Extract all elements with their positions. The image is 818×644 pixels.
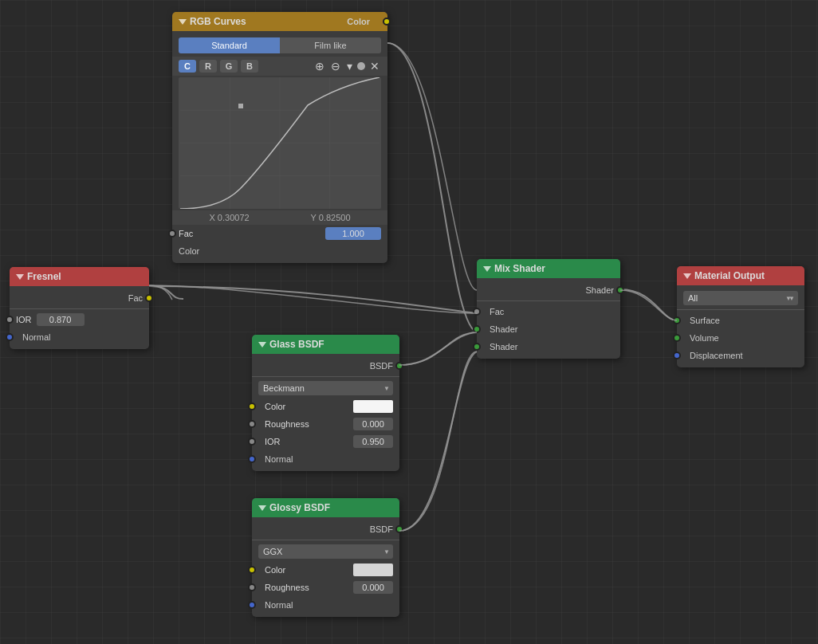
normal-label: Normal	[22, 332, 50, 342]
mix-fac-socket[interactable]	[473, 308, 481, 316]
mix-shader2-socket[interactable]	[473, 343, 481, 351]
mix-shader-output-socket[interactable]	[616, 286, 624, 294]
mix-shader-output-label: Shader	[586, 285, 614, 295]
zoom-out-btn[interactable]: ⊖	[329, 60, 342, 73]
fresnel-fac-output: Fac	[10, 289, 149, 307]
coord-x: X 0.30072	[209, 213, 249, 222]
glass-header: Glass BSDF	[252, 335, 399, 354]
glass-normal-label: Normal	[265, 454, 293, 464]
output-volume-socket[interactable]	[673, 334, 681, 342]
coord-y: Y 0.82500	[311, 213, 351, 222]
output-volume-label: Volume	[690, 333, 719, 343]
curve-control-point[interactable]	[238, 104, 243, 108]
reset-btn[interactable]: ▾	[345, 60, 354, 73]
fac-input-label: Fac	[179, 229, 193, 238]
close-btn[interactable]: ✕	[368, 60, 381, 73]
glass-color-socket[interactable]	[248, 402, 256, 410]
fresnel-ior-row: IOR	[10, 311, 149, 328]
glass-color-row: Color	[252, 398, 399, 415]
glossy-bsdf-output: BSDF	[252, 520, 399, 538]
mix-header: Mix Shader	[477, 259, 620, 278]
glossy-roughness-input[interactable]	[353, 581, 393, 594]
glass-roughness-socket[interactable]	[248, 420, 256, 428]
output-collapse-icon[interactable]	[683, 273, 691, 279]
glossy-bsdf-node: Glossy BSDF BSDF GGX Beckmann Sharp Colo…	[252, 498, 399, 617]
output-displacement-row: Displacement	[677, 347, 804, 364]
output-displacement-socket[interactable]	[673, 351, 681, 359]
glass-ior-input[interactable]	[353, 435, 393, 448]
mix-title: Mix Shader	[494, 263, 545, 274]
glass-ior-socket[interactable]	[248, 438, 256, 446]
mix-fac-label: Fac	[490, 307, 504, 316]
channel-c-btn[interactable]: C	[179, 60, 196, 73]
glossy-bsdf-label: BSDF	[370, 524, 393, 534]
normal-socket[interactable]	[6, 333, 14, 341]
standard-tab[interactable]: Standard	[179, 37, 280, 53]
mix-fac-row: Fac	[477, 303, 620, 320]
bsdf-output-label: BSDF	[370, 361, 393, 371]
ior-label: IOR	[16, 315, 32, 324]
glass-distribution-select[interactable]: Beckmann GGX Sharp	[258, 381, 393, 395]
fresnel-header: Fresnel	[10, 267, 149, 286]
glass-ior-row: IOR	[252, 433, 399, 450]
color-output-socket[interactable]	[383, 18, 391, 26]
preview-tabs: Standard Film like	[172, 34, 387, 57]
fresnel-normal-row: Normal	[10, 328, 149, 346]
rgb-curves-header: RGB Curves Color	[172, 12, 387, 31]
glossy-header: Glossy BSDF	[252, 498, 399, 517]
output-surface-label: Surface	[690, 316, 720, 325]
glass-color-swatch[interactable]	[353, 400, 393, 413]
glass-title: Glass BSDF	[269, 339, 324, 350]
fac-input-socket[interactable]	[168, 230, 176, 238]
glossy-color-swatch[interactable]	[353, 564, 393, 576]
output-title: Material Output	[694, 270, 765, 281]
glass-bsdf-output: BSDF	[252, 357, 399, 375]
glossy-distribution-select[interactable]: GGX Beckmann Sharp	[258, 544, 393, 559]
mix-shader1-socket[interactable]	[473, 325, 481, 333]
mix-shader1-label: Shader	[490, 324, 517, 334]
ior-socket[interactable]	[6, 316, 14, 324]
output-target-select[interactable]: All Camera Shadow	[683, 291, 798, 305]
fac-input-field[interactable]	[325, 227, 381, 240]
glass-roughness-input[interactable]	[353, 418, 393, 430]
ior-input[interactable]	[37, 313, 85, 326]
zoom-in-btn[interactable]: ⊕	[313, 60, 326, 73]
bsdf-output-socket[interactable]	[395, 362, 403, 370]
rgb-collapse-icon[interactable]	[179, 19, 187, 25]
glossy-bsdf-socket[interactable]	[395, 525, 403, 533]
glossy-roughness-row: Roughness	[252, 579, 399, 596]
glass-normal-socket[interactable]	[248, 455, 256, 463]
channel-b-btn[interactable]: B	[241, 60, 258, 73]
channel-g-btn[interactable]: G	[220, 60, 238, 73]
color-output-label: Color	[347, 17, 370, 26]
material-output-node: Material Output All Camera Shadow ▼ Surf…	[677, 266, 804, 367]
glass-ior-label: IOR	[265, 437, 281, 446]
glossy-color-socket[interactable]	[248, 566, 256, 574]
film-like-tab[interactable]: Film like	[280, 37, 381, 53]
channel-r-btn[interactable]: R	[199, 60, 217, 73]
curve-coords: X 0.30072 Y 0.82500	[172, 210, 387, 225]
output-volume-row: Volume	[677, 329, 804, 347]
mix-collapse-icon[interactable]	[483, 266, 491, 272]
glossy-normal-socket[interactable]	[248, 601, 256, 609]
glossy-title: Glossy BSDF	[269, 502, 330, 513]
glass-color-label: Color	[265, 402, 285, 411]
color-label: Color	[179, 246, 199, 256]
fac-output-socket[interactable]	[145, 294, 153, 302]
curve-display[interactable]	[179, 77, 381, 209]
glass-normal-row: Normal	[252, 450, 399, 468]
glossy-roughness-socket[interactable]	[248, 583, 256, 591]
fresnel-title: Fresnel	[27, 271, 61, 282]
mix-shader2-row: Shader	[477, 338, 620, 355]
output-surface-socket[interactable]	[673, 316, 681, 324]
output-header: Material Output	[677, 266, 804, 285]
fresnel-node: Fresnel Fac IOR Normal	[10, 267, 149, 349]
glossy-normal-label: Normal	[265, 600, 293, 610]
collapse-icon[interactable]	[16, 274, 24, 280]
glossy-collapse-icon[interactable]	[258, 505, 266, 511]
glossy-distribution-row: GGX Beckmann Sharp	[252, 542, 399, 561]
glossy-color-label: Color	[265, 565, 285, 575]
glass-roughness-row: Roughness	[252, 415, 399, 433]
fac-row: Fac	[172, 225, 387, 242]
glass-collapse-icon[interactable]	[258, 342, 266, 348]
